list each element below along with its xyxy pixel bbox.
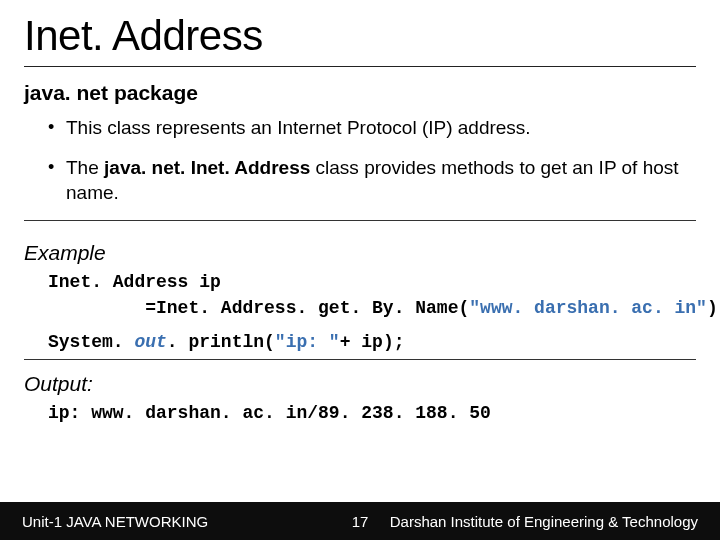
footer-bar: Unit-1 JAVA NETWORKING 17 Darshan Instit… bbox=[0, 502, 720, 540]
example-label: Example bbox=[24, 241, 696, 265]
code-line: System. out. println("ip: "+ ip); bbox=[48, 329, 696, 355]
bullet-text: The bbox=[66, 157, 104, 178]
title-rule bbox=[24, 66, 696, 67]
example-code: Inet. Address ip =Inet. Address. get. By… bbox=[24, 269, 696, 355]
output-code: ip: www. darshan. ac. in/89. 238. 188. 5… bbox=[24, 400, 696, 426]
section-rule bbox=[24, 359, 696, 360]
section-rule bbox=[24, 220, 696, 221]
output-line: ip: www. darshan. ac. in/89. 238. 188. 5… bbox=[48, 400, 696, 426]
code-line: Inet. Address ip bbox=[48, 269, 696, 295]
slide-title: Inet. Address bbox=[24, 12, 696, 60]
subtitle: java. net package bbox=[24, 81, 696, 105]
footer-left: Unit-1 JAVA NETWORKING bbox=[22, 513, 208, 530]
bullet-list: This class represents an Internet Protoc… bbox=[24, 115, 696, 206]
bullet-bold: java. net. Inet. Address bbox=[104, 157, 310, 178]
page-number: 17 bbox=[352, 513, 369, 530]
code-line: =Inet. Address. get. By. Name("www. dars… bbox=[48, 295, 696, 321]
output-label: Output: bbox=[24, 372, 696, 396]
footer-right: Darshan Institute of Engineering & Techn… bbox=[390, 513, 698, 530]
bullet-item: The java. net. Inet. Address class provi… bbox=[48, 155, 696, 206]
slide: Inet. Address java. net package This cla… bbox=[0, 0, 720, 540]
bullet-item: This class represents an Internet Protoc… bbox=[48, 115, 696, 141]
